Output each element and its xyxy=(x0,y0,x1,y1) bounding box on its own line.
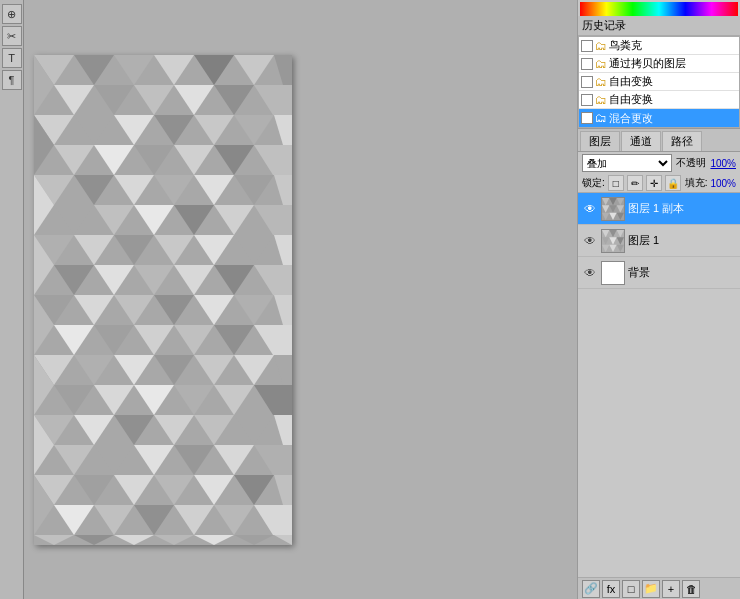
blend-row: 叠加 正常 溶解 柔光 强光 不透明 100% xyxy=(578,152,740,174)
tab-paths[interactable]: 路径 xyxy=(662,131,702,151)
layer-name-2: 图层 1 xyxy=(628,233,736,248)
history-folder-icon-4: 🗂 xyxy=(595,93,607,107)
history-title: 历史记录 xyxy=(582,18,626,33)
history-checkbox-5[interactable] xyxy=(581,112,593,124)
layer-link-btn[interactable]: 🔗 xyxy=(582,580,600,598)
lock-all-btn[interactable]: 🔒 xyxy=(665,175,681,191)
history-checkbox-2[interactable] xyxy=(581,58,593,70)
tool-move[interactable]: ⊕ xyxy=(2,4,22,24)
fill-value[interactable]: 100% xyxy=(710,178,736,189)
history-item-1[interactable]: 🗂 鸟粪克 xyxy=(579,37,739,55)
tool-select[interactable]: ✂ xyxy=(2,26,22,46)
lock-move-btn[interactable]: ✛ xyxy=(646,175,662,191)
layer-eye-1[interactable]: 👁 xyxy=(582,201,598,217)
history-folder-icon-2: 🗂 xyxy=(595,57,607,71)
layer-item-3[interactable]: 👁 背景 xyxy=(578,257,740,289)
layers-panel: 叠加 正常 溶解 柔光 强光 不透明 100% 锁定: □ ✏ ✛ 🔒 填充: … xyxy=(578,152,740,599)
tabs-row: 图层 通道 路径 xyxy=(578,129,740,152)
history-item-label-1: 鸟粪克 xyxy=(609,38,642,53)
canvas-area xyxy=(24,0,577,599)
history-checkbox-4[interactable] xyxy=(581,94,593,106)
history-item-label-4: 自由变换 xyxy=(609,92,653,107)
lock-row: 锁定: □ ✏ ✛ 🔒 填充: 100% xyxy=(578,174,740,193)
layer-thumb-3 xyxy=(601,261,625,285)
layer-item-2[interactable]: 👁 图层 1 xyxy=(578,225,740,257)
layer-eye-2[interactable]: 👁 xyxy=(582,233,598,249)
layer-thumb-1 xyxy=(601,197,625,221)
history-list: 🗂 鸟粪克 🗂 通过拷贝的图层 🗂 自由变换 🗂 自由变换 🗂 xyxy=(578,36,740,128)
history-checkbox-3[interactable] xyxy=(581,76,593,88)
layer-name-3: 背景 xyxy=(628,265,736,280)
history-folder-icon-1: 🗂 xyxy=(595,39,607,53)
opacity-label: 不透明 xyxy=(676,156,706,170)
layer-delete-btn[interactable]: 🗑 xyxy=(682,580,700,598)
layer-thumb-2 xyxy=(601,229,625,253)
left-toolbar: ⊕ ✂ T ¶ xyxy=(0,0,24,599)
right-panel: 历史记录 🗂 鸟粪克 🗂 通过拷贝的图层 🗂 自由变换 🗂 自由变换 xyxy=(577,0,740,599)
opacity-value[interactable]: 100% xyxy=(710,158,736,169)
history-item-label-2: 通过拷贝的图层 xyxy=(609,56,686,71)
tab-channels[interactable]: 通道 xyxy=(621,131,661,151)
layer-new-btn[interactable]: + xyxy=(662,580,680,598)
history-item-5[interactable]: 🗂 混合更改 xyxy=(579,109,739,127)
history-folder-icon-3: 🗂 xyxy=(595,75,607,89)
history-folder-icon-5: 🗂 xyxy=(595,111,607,125)
layer-group-btn[interactable]: 📁 xyxy=(642,580,660,598)
tool-paragraph[interactable]: ¶ xyxy=(2,70,22,90)
history-panel: 历史记录 🗂 鸟粪克 🗂 通过拷贝的图层 🗂 自由变换 🗂 自由变换 xyxy=(578,16,740,129)
history-item-label-5: 混合更改 xyxy=(609,111,653,126)
layer-fx-btn[interactable]: fx xyxy=(602,580,620,598)
color-bar xyxy=(580,2,738,16)
layer-eye-3[interactable]: 👁 xyxy=(582,265,598,281)
layer-name-1: 图层 1 副本 xyxy=(628,201,736,216)
history-item-2[interactable]: 🗂 通过拷贝的图层 xyxy=(579,55,739,73)
history-checkbox-1[interactable] xyxy=(581,40,593,52)
tab-layers[interactable]: 图层 xyxy=(580,131,620,151)
lock-transparent-btn[interactable]: □ xyxy=(608,175,624,191)
layer-item-1[interactable]: 👁 图层 1 副本 xyxy=(578,193,740,225)
history-item-label-3: 自由变换 xyxy=(609,74,653,89)
lock-paint-btn[interactable]: ✏ xyxy=(627,175,643,191)
tool-type[interactable]: T xyxy=(2,48,22,68)
layer-mask-btn[interactable]: □ xyxy=(622,580,640,598)
layers-list: 👁 图层 1 副本 xyxy=(578,193,740,577)
layers-bottom-toolbar: 🔗 fx □ 📁 + 🗑 xyxy=(578,577,740,599)
lock-label: 锁定: xyxy=(582,176,605,190)
blend-mode-select[interactable]: 叠加 正常 溶解 柔光 强光 xyxy=(582,154,672,172)
canvas-image xyxy=(34,55,292,545)
canvas-svg xyxy=(34,55,292,545)
history-item-4[interactable]: 🗂 自由变换 xyxy=(579,91,739,109)
fill-label: 填充: xyxy=(685,176,708,190)
history-header: 历史记录 xyxy=(578,16,740,36)
history-item-3[interactable]: 🗂 自由变换 xyxy=(579,73,739,91)
